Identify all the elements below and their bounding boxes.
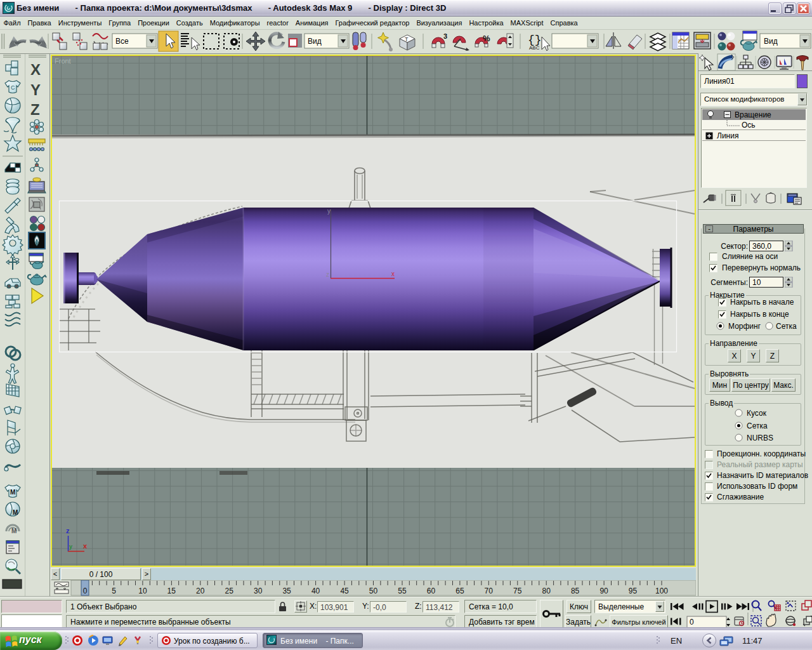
svg-text:Вид: Вид (308, 37, 322, 46)
svg-text:40: 40 (311, 587, 320, 595)
svg-text:5: 5 (112, 587, 116, 595)
svg-text:75: 75 (513, 587, 522, 595)
svg-text:EN: EN (671, 636, 682, 646)
svg-text:{}: {} (528, 34, 542, 46)
svg-text:45: 45 (340, 587, 349, 595)
svg-text:M: M (11, 527, 16, 534)
svg-text:95: 95 (629, 587, 638, 595)
svg-text:70: 70 (485, 587, 494, 595)
svg-text:Вид: Вид (764, 37, 778, 46)
svg-text:x: x (391, 270, 395, 277)
svg-text:X: X (30, 61, 41, 78)
svg-text:C: C (11, 84, 15, 91)
svg-text:Z: Z (30, 101, 40, 118)
svg-text:%: % (483, 34, 490, 43)
svg-text:Все: Все (115, 37, 129, 46)
svg-text:20: 20 (196, 587, 205, 595)
svg-text:z: z (326, 271, 329, 278)
svg-text:15: 15 (167, 587, 176, 595)
svg-text:25: 25 (225, 587, 234, 595)
svg-text:11:47: 11:47 (742, 636, 763, 646)
svg-text:y: y (69, 543, 72, 550)
svg-text:10: 10 (138, 587, 147, 595)
svg-text:T: T (405, 36, 409, 43)
svg-text:0: 0 (83, 587, 88, 595)
svg-text:85: 85 (571, 587, 580, 595)
svg-text:Front: Front (55, 57, 71, 65)
svg-text:z: z (66, 527, 70, 534)
svg-text:60: 60 (427, 587, 436, 595)
svg-text:M: M (10, 489, 15, 496)
svg-text:80: 80 (542, 587, 551, 595)
svg-text:y: y (327, 208, 331, 215)
svg-text:90: 90 (599, 587, 608, 595)
svg-text:M: M (13, 509, 18, 516)
svg-text:65: 65 (455, 587, 464, 595)
svg-text:100: 100 (655, 587, 668, 595)
svg-text:50: 50 (369, 587, 378, 595)
svg-text:35: 35 (282, 587, 291, 595)
svg-text:0: 0 (690, 618, 694, 627)
svg-text:ABC: ABC (529, 45, 540, 51)
svg-text:Y: Y (30, 81, 41, 98)
svg-text:55: 55 (398, 587, 407, 595)
svg-text:x: x (83, 542, 88, 550)
svg-text:30: 30 (254, 587, 263, 595)
svg-text:3: 3 (443, 32, 447, 40)
